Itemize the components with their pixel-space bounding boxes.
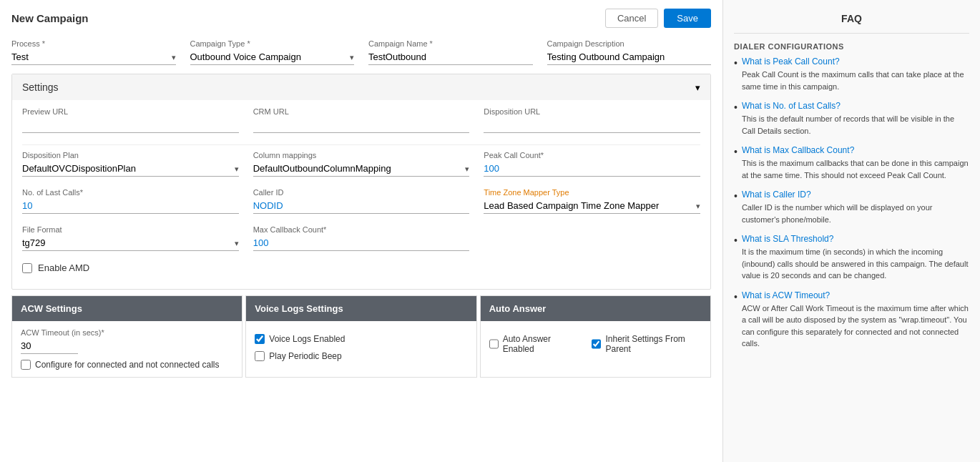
timezone-label: Time Zone Mapper Type (484, 188, 700, 197)
process-label: Process * (11, 39, 176, 48)
disposition-plan-select-wrapper: DefaultOVCDispositionPlan ▾ (22, 161, 239, 177)
faq-bullet: • (734, 291, 738, 350)
settings-collapse-icon: ▾ (695, 82, 700, 93)
play-periodic-beep-checkbox[interactable] (255, 351, 265, 361)
faq-content: What is Peak Call Count? Peak Call Count… (742, 56, 969, 92)
faq-question[interactable]: What is SLA Threshold? (742, 234, 969, 244)
preview-url-field: Preview URL (22, 107, 239, 133)
campaign-type-select-wrapper: Outbound Voice Campaign ▾ (190, 49, 355, 65)
faq-question[interactable]: What is Max Callback Count? (742, 145, 969, 155)
voice-logs-header: Voice Logs Settings (246, 296, 476, 321)
amd-label[interactable]: Enable AMD (38, 262, 89, 273)
last-calls-row: No. of Last Calls* Caller ID Time Zone M… (22, 188, 700, 214)
column-mappings-field: Column mappings DefaultOutboundColumnMap… (253, 151, 470, 177)
cancel-button[interactable]: Cancel (605, 9, 658, 28)
faq-section-title: DIALER CONFIGURATIONS (734, 42, 969, 51)
faq-question[interactable]: What is No. of Last Calls? (742, 101, 969, 111)
campaign-type-label: Campaign Type * (190, 39, 355, 48)
inherit-settings-checkbox[interactable] (592, 339, 601, 349)
voice-logs-enabled-checkbox[interactable] (255, 334, 265, 344)
no-last-calls-label: No. of Last Calls* (22, 188, 239, 197)
faq-answer: It is the maximum time (in seconds) in w… (742, 246, 969, 282)
plan-row: Disposition Plan DefaultOVCDispositionPl… (22, 151, 700, 177)
auto-answer-enabled-label[interactable]: Auto Answer Enabled (503, 334, 577, 354)
campaign-name-input[interactable] (368, 49, 533, 65)
faq-title: FAQ (734, 7, 969, 34)
configure-label[interactable]: Configure for connected and not connecte… (35, 360, 220, 370)
caller-id-input[interactable] (253, 198, 470, 214)
divider1 (22, 144, 700, 145)
url-row: Preview URL CRM URL Disposition URL (22, 107, 700, 133)
faq-answer: This is the maximum callbacks that can b… (742, 157, 969, 181)
settings-title: Settings (22, 82, 59, 93)
faq-content: What is ACW Timeout? ACW or After Call W… (742, 290, 969, 350)
campaign-type-select[interactable]: Outbound Voice Campaign (190, 49, 355, 64)
configure-checkbox[interactable] (21, 360, 31, 370)
faq-content: What is Caller ID? Caller ID is the numb… (742, 190, 969, 225)
no-last-calls-input[interactable] (22, 198, 239, 214)
faq-list: • What is Peak Call Count? Peak Call Cou… (734, 56, 969, 350)
campaign-name-field: Campaign Name * (368, 39, 533, 65)
acw-settings-header: ACW Settings (12, 296, 242, 321)
caller-id-label: Caller ID (253, 188, 470, 197)
campaign-description-input[interactable] (547, 49, 712, 65)
campaign-name-label: Campaign Name * (368, 39, 533, 48)
timezone-select[interactable]: Lead Based Campaign Time Zone Mapper (484, 198, 700, 213)
max-callback-input[interactable] (253, 235, 470, 251)
process-field: Process * Test ▾ (11, 39, 176, 65)
column-mappings-select[interactable]: DefaultOutboundColumnMapping (253, 161, 470, 176)
disposition-url-input[interactable] (484, 117, 700, 133)
disposition-plan-select[interactable]: DefaultOVCDispositionPlan (22, 161, 239, 176)
faq-bullet: • (734, 57, 738, 92)
file-format-field: File Format tg729 ▾ (22, 225, 239, 251)
play-periodic-beep-row: Play Periodic Beep (255, 351, 467, 361)
file-format-select[interactable]: tg729 (22, 235, 239, 250)
acw-timeout-label: ACW Timeout (in secs)* (21, 328, 233, 337)
disposition-url-label: Disposition URL (484, 107, 700, 116)
process-select-wrapper: Test ▾ (11, 49, 176, 65)
crm-url-input[interactable] (253, 117, 470, 133)
faq-item: • What is Max Callback Count? This is th… (734, 145, 969, 181)
amd-checkbox[interactable] (22, 263, 32, 273)
faq-bullet: • (734, 235, 738, 282)
timezone-field: Time Zone Mapper Type Lead Based Campaig… (484, 188, 700, 214)
voice-logs-title: Voice Logs Settings (255, 303, 343, 314)
peak-call-count-input[interactable] (484, 161, 700, 177)
process-select[interactable]: Test (11, 49, 176, 64)
auto-answer-enabled-row: Auto Answer Enabled Inherit Settings Fro… (489, 334, 702, 354)
form-row-top: Process * Test ▾ Campaign Type * Outboun… (11, 39, 711, 65)
preview-url-input[interactable] (22, 117, 239, 133)
faq-item: • What is Peak Call Count? Peak Call Cou… (734, 56, 969, 92)
file-format-label: File Format (22, 225, 239, 234)
peak-call-count-label: Peak Call Count* (484, 151, 700, 159)
settings-section-header[interactable]: Settings ▾ (12, 74, 710, 100)
amd-row: Enable AMD (22, 262, 700, 273)
column-mappings-select-wrapper: DefaultOutboundColumnMapping ▾ (253, 161, 470, 177)
voice-logs-enabled-label[interactable]: Voice Logs Enabled (269, 334, 345, 344)
faq-question[interactable]: What is ACW Timeout? (742, 290, 969, 300)
file-format-row: File Format tg729 ▾ Max Callback Count* (22, 225, 700, 251)
play-periodic-beep-label[interactable]: Play Periodic Beep (269, 351, 341, 361)
acw-settings-section: ACW Settings ACW Timeout (in secs)* Conf… (11, 295, 242, 378)
faq-bullet: • (734, 190, 738, 225)
caller-id-field: Caller ID (253, 188, 470, 214)
voice-logs-enabled-row: Voice Logs Enabled (255, 334, 467, 344)
faq-answer: ACW or After Call Work Timeout is the ma… (742, 303, 969, 350)
bottom-sections: ACW Settings ACW Timeout (in secs)* Conf… (11, 295, 711, 378)
faq-answer: Caller ID is the number which will be di… (742, 202, 969, 225)
save-button[interactable]: Save (664, 9, 711, 28)
faq-question[interactable]: What is Caller ID? (742, 190, 969, 200)
inherit-settings-label[interactable]: Inherit Settings From Parent (605, 334, 702, 354)
faq-item: • What is No. of Last Calls? This is the… (734, 101, 969, 137)
peak-call-count-field: Peak Call Count* (484, 151, 700, 177)
auto-answer-enabled-checkbox[interactable] (489, 339, 499, 349)
no-last-calls-field: No. of Last Calls* (22, 188, 239, 214)
auto-answer-section: Auto Answer Auto Answer Enabled Inherit … (480, 295, 711, 378)
disposition-plan-label: Disposition Plan (22, 151, 239, 159)
crm-url-label: CRM URL (253, 107, 470, 116)
faq-question[interactable]: What is Peak Call Count? (742, 56, 969, 67)
crm-url-field: CRM URL (253, 107, 470, 133)
column-mappings-label: Column mappings (253, 151, 470, 159)
max-callback-label: Max Callback Count* (253, 225, 470, 234)
acw-timeout-input[interactable] (21, 338, 78, 354)
